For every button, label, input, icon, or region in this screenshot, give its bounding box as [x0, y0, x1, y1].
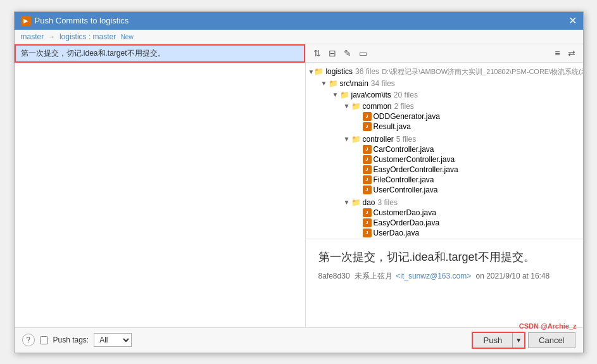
csdn-badge: CSDN @Archie_z [519, 322, 577, 330]
tree-node-root: ▼ 📁 logistics 36 files D:\课程记录\AMBOW济南大实… [306, 65, 583, 239]
tree-row-userdao[interactable]: J UserDao.java [306, 228, 583, 238]
commit-message-preview: 第一次提交，切记.idea和.target不用提交。 [21, 49, 165, 58]
filecontroller-label: FileController.java [374, 175, 434, 184]
java-icon-carcontroller: J [363, 145, 372, 154]
toggle-oddgenerator [354, 113, 363, 120]
tree-row-carcontroller[interactable]: J CarController.java [306, 144, 583, 154]
bottom-bar: ? Push tags: All Push ▼ Cancel [15, 327, 583, 353]
main-content: 第一次提交，切记.idea和.target不用提交。 ⇅ ⊟ ✎ ▭ ≡ ⇄ [15, 44, 583, 327]
breadcrumb-arrow: → [48, 32, 56, 41]
expand-all-button[interactable]: ⇅ [311, 47, 324, 60]
toggle-srcmain[interactable]: ▼ [320, 80, 329, 87]
carcontroller-label: CarController.java [374, 145, 434, 154]
tree-row-customerdao[interactable]: J CustomerDao.java [306, 208, 583, 218]
javacomits-label: java\com\its [351, 91, 391, 99]
java-icon-result: J [363, 122, 372, 131]
bottom-left: ? Push tags: All [22, 333, 132, 347]
close-button[interactable]: ✕ [569, 16, 577, 26]
push-tags-select[interactable]: All [94, 333, 132, 347]
title-bar: ▶ Push Commits to logistics ✕ [15, 12, 583, 30]
tree-row-filecontroller[interactable]: J FileController.java [306, 175, 583, 185]
commit-meta: 8afe8d30 未系上弦月 <it_sunwz@163.com> on 202… [318, 271, 570, 282]
toggle-result [354, 123, 363, 130]
breadcrumb-branch[interactable]: master [93, 32, 116, 41]
sort-button[interactable]: ⇄ [565, 47, 578, 60]
file-tree: ▼ 📁 logistics 36 files D:\课程记录\AMBOW济南大实… [306, 63, 583, 239]
folder-icon-controller: 📁 [351, 135, 361, 144]
dao-label: dao [363, 198, 375, 207]
tree-row-customercontroller[interactable]: J CustomerController.java [306, 154, 583, 165]
push-button-group: Push ▼ [472, 332, 525, 349]
toggle-javacomits[interactable]: ▼ [331, 91, 340, 98]
folder-icon-common: 📁 [351, 102, 361, 111]
java-icon-userdao: J [363, 229, 372, 237]
left-panel: 第一次提交，切记.idea和.target不用提交。 [15, 44, 306, 327]
tree-node-dao: ▼ 📁 dao 3 files J CustomerDao.java [306, 196, 583, 239]
tree-node-srcmain: ▼ 📁 src\main 34 files ▼ 📁 java\com\i [306, 77, 583, 239]
breadcrumb-repo[interactable]: logistics [60, 32, 87, 41]
folder-icon-dao: 📁 [351, 198, 361, 207]
tree-row-root[interactable]: ▼ 📁 logistics 36 files D:\课程记录\AMBOW济南大实… [306, 66, 583, 77]
toggle-dao[interactable]: ▼ [342, 199, 351, 206]
customercontroller-label: CustomerController.java [374, 155, 455, 164]
commit-list: 第一次提交，切记.idea和.target不用提交。 [15, 44, 305, 327]
dao-files: 3 files [378, 198, 398, 207]
tree-row-easyordercontroller[interactable]: J EasyOrderController.java [306, 165, 583, 175]
oddgenerator-label: ODDGenerator.java [374, 112, 440, 121]
tree-row-easyorderdao[interactable]: J EasyOrderDao.java [306, 218, 583, 228]
commit-hash: 8afe8d30 [318, 272, 350, 280]
app-icon: ▶ [21, 16, 31, 26]
tree-row-usercontroller[interactable]: J UserController.java [306, 185, 583, 195]
usercontroller-label: UserController.java [374, 185, 438, 194]
edit-button[interactable]: ✎ [341, 47, 354, 60]
breadcrumb-sep: : [89, 32, 91, 41]
dialog-title: Push Commits to logistics [35, 16, 129, 25]
tree-row-dao[interactable]: ▼ 📁 dao 3 files [306, 198, 583, 208]
tree-row-javacomits[interactable]: ▼ 📁 java\com\its 20 files [306, 90, 583, 100]
tree-node-common: ▼ 📁 common 2 files J ODDGenerator.ja [306, 100, 583, 133]
toggle-controller[interactable]: ▼ [342, 135, 351, 142]
push-tags-checkbox[interactable] [40, 336, 48, 344]
bottom-right: Push ▼ Cancel [472, 332, 575, 349]
controller-files: 5 files [396, 135, 416, 144]
srcmain-label: src\main [340, 79, 368, 88]
tree-row-result[interactable]: J Result.java [306, 122, 583, 132]
right-toolbar: ⇅ ⊟ ✎ ▭ ≡ ⇄ [306, 44, 583, 63]
commit-author-email: <it_sunwz@163.com> [396, 272, 471, 280]
toolbar-right: ≡ ⇄ [552, 47, 577, 60]
right-panel: ⇅ ⊟ ✎ ▭ ≡ ⇄ ▼ 📁 logis [306, 44, 583, 327]
breadcrumb-bar: master → logistics : master New [15, 30, 583, 44]
tree-row-srcmain[interactable]: ▼ 📁 src\main 34 files [306, 78, 583, 89]
push-tags-label: Push tags: [53, 336, 89, 344]
collapse-all-button[interactable]: ⊟ [326, 47, 339, 60]
easyordercontroller-label: EasyOrderController.java [374, 165, 458, 174]
commit-date: on 2021/9/10 at 16:48 [476, 272, 550, 280]
help-button[interactable]: ? [22, 334, 35, 346]
commit-author-label: 未系上弦月 [355, 272, 393, 280]
folder-icon-javacomits: 📁 [340, 91, 349, 99]
push-dropdown-button[interactable]: ▼ [512, 333, 524, 348]
toggle-root[interactable]: ▼ [308, 68, 315, 75]
java-icon-easyordercontroller: J [363, 165, 372, 174]
toggle-common[interactable]: ▼ [342, 103, 351, 110]
toolbar-left: ⇅ ⊟ ✎ ▭ [311, 47, 370, 60]
java-icon-customercontroller: J [363, 155, 372, 164]
result-label: Result.java [374, 122, 411, 131]
commit-item[interactable]: 第一次提交，切记.idea和.target不用提交。 [15, 44, 305, 63]
push-button[interactable]: Push [473, 333, 512, 348]
commit-detail-message: 第一次提交，切记.idea和.target不用提交。 [318, 249, 570, 265]
cancel-button[interactable]: Cancel [528, 332, 575, 348]
srcmain-files: 34 files [371, 79, 395, 88]
root-files: 36 files [355, 67, 379, 76]
tree-node-javacomits: ▼ 📁 java\com\its 20 files ▼ 📁 [306, 89, 583, 239]
tree-row-common[interactable]: ▼ 📁 common 2 files [306, 101, 583, 111]
group-button[interactable]: ≡ [552, 47, 562, 60]
title-bar-left: ▶ Push Commits to logistics [21, 16, 129, 26]
userdao-label: UserDao.java [374, 229, 420, 237]
tree-row-oddgenerator[interactable]: J ODDGenerator.java [306, 111, 583, 122]
common-files: 2 files [394, 102, 414, 111]
tree-row-controller[interactable]: ▼ 📁 controller 5 files [306, 134, 583, 144]
java-icon-usercontroller: J [363, 185, 372, 194]
folder-icon-srcmain: 📁 [329, 79, 338, 88]
settings-button[interactable]: ▭ [356, 47, 370, 60]
